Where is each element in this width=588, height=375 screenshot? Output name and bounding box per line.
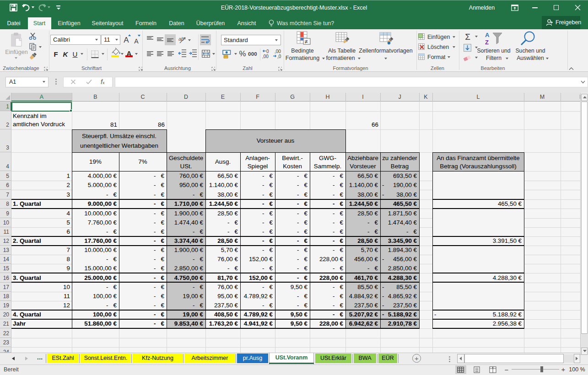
svg-text:0: 0 <box>266 49 269 54</box>
svg-text:,00: ,00 <box>262 54 269 59</box>
svg-text:≠: ≠ <box>305 38 308 45</box>
svg-text:A: A <box>485 32 490 38</box>
svg-text:ab: ab <box>178 36 184 42</box>
svg-text:Z: Z <box>485 39 489 46</box>
